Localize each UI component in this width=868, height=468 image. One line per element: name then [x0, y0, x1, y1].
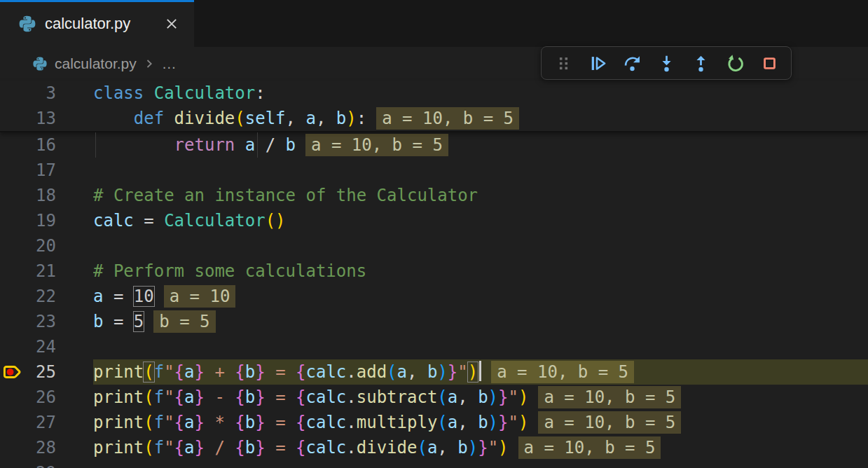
debug-restart-icon[interactable] — [724, 51, 746, 75]
python-file-icon — [18, 15, 36, 33]
code-token: print — [93, 413, 144, 432]
code-line[interactable]: 26print(f"{a} - {b} = {calc.subtract(a, … — [0, 385, 868, 410]
code-text — [93, 158, 868, 183]
code-token: . — [346, 413, 356, 432]
code-token: { — [296, 362, 305, 382]
code-text: a = 10a = 10 — [93, 284, 868, 309]
editor-gutter[interactable]: 17 — [0, 158, 93, 183]
code-token: . — [346, 387, 356, 407]
editor-gutter[interactable]: 26 — [0, 385, 93, 410]
code-token: ( — [437, 387, 447, 407]
editor-gutter[interactable]: 3 — [0, 81, 93, 106]
code-token: # Create an instance of the Calculator — [93, 186, 478, 205]
code-token: } — [195, 413, 205, 432]
code-token: a — [305, 109, 315, 128]
code-token: f — [154, 387, 164, 407]
debug-inline-value: a = 10, b = 5 — [376, 107, 519, 130]
code-token — [468, 387, 478, 407]
code-line[interactable]: 24 — [0, 334, 868, 359]
code-line[interactable]: 18# Create an instance of the Calculator — [0, 183, 868, 208]
code-token: calc — [306, 438, 347, 457]
code-line[interactable]: 20 — [0, 233, 868, 259]
sticky-scroll: 3class Calculator:13 def divide(self, a,… — [0, 81, 868, 132]
chevron-right-icon — [142, 57, 156, 71]
debug-step-over-icon[interactable] — [621, 51, 643, 75]
debug-stop-icon[interactable] — [758, 51, 780, 75]
code-line[interactable]: 3class Calculator: — [0, 81, 868, 106]
code-text: def divide(self, a, b):a = 10, b = 5 — [93, 106, 868, 131]
code-token: b — [245, 387, 255, 407]
debug-continue-icon[interactable] — [586, 51, 609, 75]
debug-inline-value: a = 10, b = 5 — [305, 134, 448, 156]
code-token: b — [457, 438, 467, 457]
line-number: 26 — [36, 385, 56, 410]
code-text — [93, 460, 868, 468]
editor-gutter[interactable]: 27 — [0, 410, 93, 435]
code-token: b — [427, 362, 437, 382]
debug-step-out-icon[interactable] — [689, 51, 712, 75]
code-token: ( — [387, 362, 397, 382]
tab-close-icon[interactable] — [162, 14, 181, 34]
code-line[interactable]: 16 return a / ba = 10, b = 5 — [0, 132, 868, 158]
line-number: 20 — [36, 233, 56, 259]
code-token: { — [235, 387, 244, 407]
editor-gutter[interactable]: 19 — [0, 208, 93, 233]
code-token: a — [427, 438, 437, 457]
code-line[interactable]: 17 — [0, 158, 868, 183]
code-line[interactable]: 27print(f"{a} * {b} = {calc.multiply(a, … — [0, 410, 868, 435]
code-token: ) — [437, 362, 447, 382]
code-token: f — [154, 413, 164, 432]
tab-title: calculator.py — [45, 15, 162, 33]
editor-gutter[interactable]: 22 — [0, 284, 93, 309]
code-token: = — [113, 312, 123, 331]
editor-gutter[interactable]: 28 — [0, 435, 93, 460]
code-token — [123, 312, 133, 331]
python-file-icon — [32, 56, 48, 71]
editor-gutter[interactable]: 25 — [0, 359, 93, 385]
code-token: { — [296, 438, 305, 457]
code-token: ) — [518, 387, 528, 407]
code-token: , — [437, 438, 447, 457]
code-line[interactable]: 22a = 10a = 10 — [0, 284, 868, 309]
tab-calculator-py[interactable]: calculator.py — [0, 0, 194, 47]
code-line[interactable]: 21# Perform some calculations — [0, 259, 868, 284]
editor-gutter[interactable]: 24 — [0, 334, 93, 359]
line-number: 28 — [36, 435, 56, 460]
breadcrumb-symbol-ellipsis[interactable]: … — [162, 55, 177, 72]
code-text — [93, 334, 868, 359]
editor-gutter[interactable]: 23 — [0, 309, 93, 334]
editor-gutter[interactable]: 16 — [0, 132, 93, 158]
editor-gutter[interactable]: 18 — [0, 183, 93, 208]
debug-step-into-icon[interactable] — [655, 51, 677, 75]
editor-gutter[interactable]: 29 — [0, 460, 93, 468]
code-token: ( — [437, 413, 447, 432]
code-editor[interactable]: 3class Calculator:13 def divide(self, a,… — [0, 81, 868, 468]
code-text: b = 5b = 5 — [93, 309, 868, 334]
editor-gutter[interactable]: 21 — [0, 259, 93, 284]
code-token: a — [448, 413, 457, 432]
code-token: { — [174, 362, 184, 382]
code-token: b — [478, 413, 488, 432]
code-line[interactable]: 23b = 5b = 5 — [0, 309, 868, 334]
code-token: { — [235, 438, 244, 457]
code-token: { — [174, 413, 184, 432]
code-line[interactable]: 28print(f"{a} / {b} = {calc.divide(a, b)… — [0, 435, 868, 460]
code-line[interactable]: 13 def divide(self, a, b):a = 10, b = 5 — [0, 106, 868, 131]
code-token: ( — [417, 438, 427, 457]
line-number: 16 — [36, 132, 56, 158]
code-line[interactable]: 19calc = Calculator() — [0, 208, 868, 233]
breadcrumb-file[interactable]: calculator.py — [55, 55, 137, 72]
toolbar-gripper-handle[interactable] — [552, 51, 574, 75]
code-token — [326, 109, 336, 128]
code-token: = — [266, 413, 296, 432]
editor-gutter[interactable]: 20 — [0, 233, 93, 259]
line-number: 23 — [36, 309, 56, 334]
code-token: } — [255, 438, 265, 457]
editor-gutter[interactable]: 13 — [0, 106, 93, 131]
code-token — [103, 312, 113, 331]
code-line[interactable]: 25print(f"{a} + {b} = {calc.add(a, b)}")… — [0, 359, 868, 385]
code-line[interactable]: 29 — [0, 460, 868, 468]
code-token: calc — [93, 211, 134, 230]
matched-bracket: 10 — [134, 287, 154, 306]
debug-inline-value: a = 10, b = 5 — [538, 386, 681, 408]
